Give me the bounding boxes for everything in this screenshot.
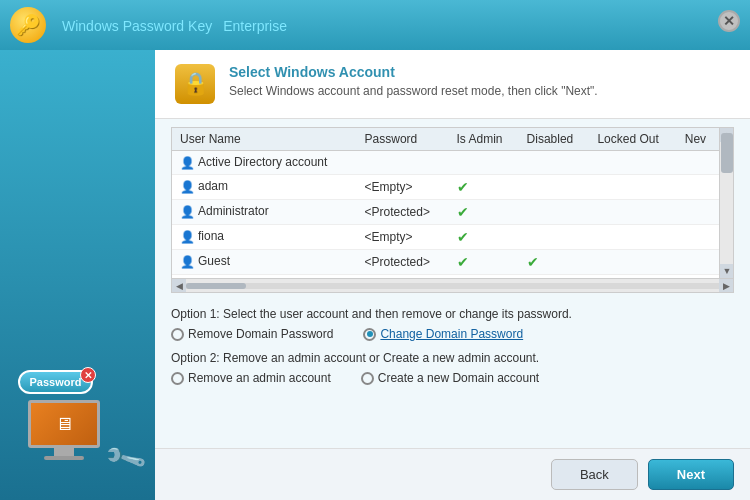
table-row[interactable]: 👤susan<Protected>✔ bbox=[172, 274, 719, 278]
step-description: Select Windows account and password rese… bbox=[229, 84, 598, 98]
cell-isadmin: ✔ bbox=[449, 224, 519, 249]
cell-password: <Empty> bbox=[357, 174, 449, 199]
cell-nev bbox=[677, 274, 719, 278]
user-icon: 👤 bbox=[180, 255, 194, 269]
check-icon: ✔ bbox=[457, 254, 469, 270]
back-button[interactable]: Back bbox=[551, 459, 638, 490]
wrench-icon: 🔧 bbox=[102, 435, 149, 481]
close-button[interactable]: ✕ bbox=[718, 10, 740, 32]
content-area: 🔒 Select Windows Account Select Windows … bbox=[155, 50, 750, 500]
step-info: Select Windows Account Select Windows ac… bbox=[229, 64, 598, 98]
title-bar: 🔑 Windows Password Key Enterprise ✕ bbox=[0, 0, 750, 50]
main-layout: Password ✕ 🖥 🔧 🔒 Sel bbox=[0, 50, 750, 500]
option2-radio-group: Remove an admin account Create a new Dom… bbox=[171, 371, 734, 385]
options-area: Option 1: Select the user account and th… bbox=[155, 301, 750, 448]
user-icon: 👤 bbox=[180, 205, 194, 219]
radio-change-domain-password[interactable]: Change Domain Password bbox=[363, 327, 523, 341]
col-disabled: Disabled bbox=[519, 128, 590, 151]
col-nev: Nev bbox=[677, 128, 719, 151]
cell-isadmin: ✔ bbox=[449, 274, 519, 278]
cell-disabled bbox=[519, 274, 590, 278]
radio-remove-domain-label: Remove Domain Password bbox=[188, 327, 333, 341]
cell-lockedout bbox=[589, 151, 676, 175]
cell-disabled: ✔ bbox=[519, 249, 590, 274]
radio-remove-domain-password[interactable]: Remove Domain Password bbox=[171, 327, 333, 341]
accounts-table-scroll[interactable]: User Name Password Is Admin Disabled Loc… bbox=[172, 128, 719, 278]
cell-lockedout bbox=[589, 174, 676, 199]
cell-username: 👤Guest bbox=[172, 249, 357, 274]
radio-create-domain[interactable]: Create a new Domain account bbox=[361, 371, 539, 385]
monitor-icon: 🖥 bbox=[28, 400, 100, 460]
cell-password bbox=[357, 151, 449, 175]
footer: Back Next bbox=[155, 448, 750, 500]
table-row[interactable]: 👤Active Directory account bbox=[172, 151, 719, 175]
cell-username: 👤fiona bbox=[172, 224, 357, 249]
radio-remove-admin-label: Remove an admin account bbox=[188, 371, 331, 385]
cell-nev bbox=[677, 249, 719, 274]
check-icon: ✔ bbox=[457, 179, 469, 195]
col-username: User Name bbox=[172, 128, 357, 151]
app-title: Windows Password Key Enterprise bbox=[56, 15, 287, 36]
cell-username: 👤Administrator bbox=[172, 199, 357, 224]
radio-remove-admin-circle bbox=[171, 372, 184, 385]
table-row[interactable]: 👤adam<Empty>✔ bbox=[172, 174, 719, 199]
cell-isadmin: ✔ bbox=[449, 199, 519, 224]
cell-lockedout bbox=[589, 199, 676, 224]
sidebar: Password ✕ 🖥 🔧 bbox=[0, 50, 155, 500]
scroll-right-arrow[interactable]: ▶ bbox=[719, 279, 733, 293]
check-icon: ✔ bbox=[457, 229, 469, 245]
cell-disabled bbox=[519, 224, 590, 249]
scrollbar-thumb[interactable] bbox=[721, 133, 733, 173]
lock-icon: 🔒 bbox=[175, 64, 215, 104]
table-row[interactable]: 👤fiona<Empty>✔ bbox=[172, 224, 719, 249]
cell-username: 👤susan bbox=[172, 274, 357, 278]
cell-lockedout bbox=[589, 224, 676, 249]
option1-label: Option 1: Select the user account and th… bbox=[171, 307, 734, 321]
app-logo: 🔑 bbox=[10, 7, 46, 43]
user-icon: 👤 bbox=[180, 230, 194, 244]
check-icon: ✔ bbox=[457, 204, 469, 220]
table-row[interactable]: 👤Guest<Protected>✔✔ bbox=[172, 249, 719, 274]
cell-nev bbox=[677, 199, 719, 224]
radio-change-domain-dot bbox=[367, 331, 373, 337]
option2-label: Option 2: Remove an admin account or Cre… bbox=[171, 351, 734, 365]
horizontal-scrollbar[interactable]: ◀ ▶ bbox=[172, 278, 733, 292]
check-icon: ✔ bbox=[527, 254, 539, 270]
cell-password: <Empty> bbox=[357, 224, 449, 249]
cell-isadmin: ✔ bbox=[449, 174, 519, 199]
radio-create-domain-label: Create a new Domain account bbox=[378, 371, 539, 385]
next-button[interactable]: Next bbox=[648, 459, 734, 490]
cell-isadmin bbox=[449, 151, 519, 175]
cell-username: 👤adam bbox=[172, 174, 357, 199]
cell-nev bbox=[677, 174, 719, 199]
cell-nev bbox=[677, 151, 719, 175]
password-x-icon: ✕ bbox=[80, 367, 96, 383]
scroll-left-arrow[interactable]: ◀ bbox=[172, 279, 186, 293]
cell-username: 👤Active Directory account bbox=[172, 151, 357, 175]
cell-password: <Protected> bbox=[357, 274, 449, 278]
col-isadmin: Is Admin bbox=[449, 128, 519, 151]
radio-change-domain-label: Change Domain Password bbox=[380, 327, 523, 341]
cell-disabled bbox=[519, 174, 590, 199]
h-scroll-thumb[interactable] bbox=[186, 283, 246, 289]
radio-create-domain-circle bbox=[361, 372, 374, 385]
vertical-scrollbar[interactable]: ▲ ▼ bbox=[719, 128, 733, 278]
cell-disabled bbox=[519, 199, 590, 224]
sidebar-illustration: Password ✕ 🖥 🔧 bbox=[8, 350, 148, 480]
scroll-track bbox=[186, 283, 719, 289]
table-row[interactable]: 👤Administrator<Protected>✔ bbox=[172, 199, 719, 224]
col-lockedout: Locked Out bbox=[589, 128, 676, 151]
cell-lockedout bbox=[589, 274, 676, 278]
step-header: 🔒 Select Windows Account Select Windows … bbox=[155, 50, 750, 119]
cell-lockedout bbox=[589, 249, 676, 274]
radio-remove-admin[interactable]: Remove an admin account bbox=[171, 371, 331, 385]
user-icon: 👤 bbox=[180, 180, 194, 194]
accounts-table: User Name Password Is Admin Disabled Loc… bbox=[172, 128, 719, 278]
col-password: Password bbox=[357, 128, 449, 151]
radio-change-domain-circle bbox=[363, 328, 376, 341]
cell-disabled bbox=[519, 151, 590, 175]
cell-isadmin: ✔ bbox=[449, 249, 519, 274]
scroll-down-arrow[interactable]: ▼ bbox=[720, 264, 734, 278]
step-title: Select Windows Account bbox=[229, 64, 598, 80]
accounts-table-wrap: User Name Password Is Admin Disabled Loc… bbox=[171, 127, 734, 293]
